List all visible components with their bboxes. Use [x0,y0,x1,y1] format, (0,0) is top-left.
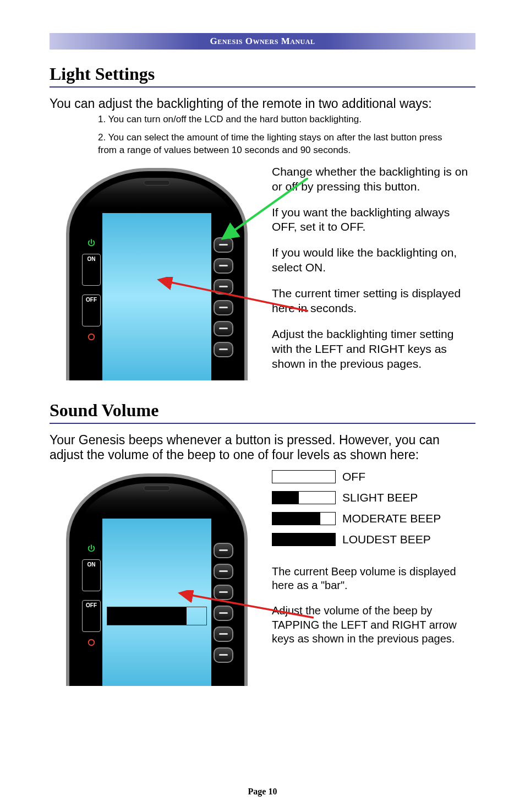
beep-volume-fill [107,607,187,625]
beep-volume-bar [107,607,207,625]
header-banner: Genesis Owners Manual [50,33,475,50]
side-button[interactable] [214,543,233,558]
legend-label: OFF [342,470,365,483]
legend-label: LOUDEST BEEP [342,533,431,546]
off-box: OFF [82,600,101,632]
sound-callout-2: Adjust the volume of the beep by TAPPING… [272,604,475,646]
light-callouts: Change whether the backlighting is on or… [272,165,475,372]
heading-sound-volume: Sound Volume [50,400,475,424]
sound-callout-1: The current Beep volume is displayed her… [272,565,475,593]
side-button[interactable] [214,342,233,357]
remote-illustration-sound: ON OFF [50,470,264,686]
sound-callouts: The current Beep volume is displayed her… [272,565,475,646]
record-icon [84,330,99,344]
remote-illustration-light: ON OFF [50,165,264,380]
light-callout-5: Adjust the backlighting timer setting wi… [272,327,475,372]
side-button-column [214,237,233,357]
side-button[interactable] [214,321,233,336]
beep-legend: OFF SLIGHT BEEP MODERATE BEEP LOUDEST BE… [272,470,475,546]
svg-point-3 [89,640,95,646]
light-callout-2: If you want the backlighting always OFF,… [272,205,475,235]
light-figure-block: ON OFF [50,165,475,380]
legend-row-moderate: MODERATE BEEP [272,512,475,525]
legend-row-slight: SLIGHT BEEP [272,491,475,504]
heading-light-settings: Light Settings [50,64,475,88]
page-footer: Page 10 [0,787,525,797]
side-button-column [214,543,233,663]
off-box: OFF [82,295,101,326]
side-button[interactable] [214,258,233,274]
side-button[interactable] [214,564,233,579]
side-button[interactable] [214,237,233,253]
light-callout-3: If you would like the backlighting on, s… [272,246,475,275]
side-button[interactable] [214,626,233,642]
side-button[interactable] [214,300,233,315]
side-button[interactable] [214,606,233,621]
power-icon [84,542,99,556]
sound-intro: Your Genesis beeps whenever a button is … [50,433,475,462]
side-button[interactable] [214,647,233,663]
light-intro: You can adjust the backlighting of the r… [50,96,475,111]
legend-label: SLIGHT BEEP [342,491,418,504]
legend-label: MODERATE BEEP [342,512,441,525]
svg-point-0 [89,334,95,340]
light-list-item-1: 1. You can turn on/off the LCD and the h… [98,113,453,126]
record-icon [84,635,99,650]
sound-figure-block: ON OFF [50,470,475,686]
side-button[interactable] [214,279,233,295]
on-box: ON [82,254,101,286]
light-list-item-2: 2. You can select the amount of time the… [98,132,453,157]
legend-row-loudest: LOUDEST BEEP [272,533,475,546]
on-box: ON [82,559,101,591]
legend-row-off: OFF [272,470,475,483]
light-callout-1: Change whether the backlighting is on or… [272,165,475,194]
light-callout-4: The current timer setting is displayed h… [272,286,475,316]
side-button[interactable] [214,585,233,600]
power-icon [84,236,99,250]
